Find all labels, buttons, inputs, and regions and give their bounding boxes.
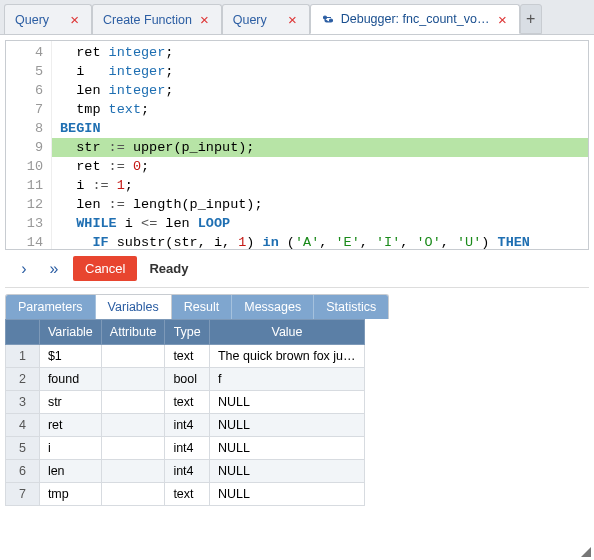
gutter-line[interactable]: 7: [6, 100, 43, 119]
code-line[interactable]: IF substr(str, i, 1) in ('A', 'E', 'I', …: [52, 233, 588, 249]
cell-variable: i: [39, 437, 101, 460]
close-icon[interactable]: ×: [198, 12, 211, 27]
cell-attribute: [101, 391, 165, 414]
panel-tabs: ParametersVariablesResultMessagesStatist…: [5, 294, 389, 319]
cell-type: bool: [165, 368, 210, 391]
gutter-line[interactable]: 12: [6, 195, 43, 214]
gutter-line[interactable]: 9: [6, 138, 43, 157]
tab-label: Query: [233, 13, 280, 27]
code-line[interactable]: i := 1;: [52, 176, 588, 195]
table-row[interactable]: 3strtextNULL: [6, 391, 365, 414]
table-row[interactable]: 1$1textThe quick brown fox jumps o…: [6, 345, 365, 368]
cell-value: The quick brown fox jumps o…: [209, 345, 364, 368]
cell-type: text: [165, 391, 210, 414]
code-line[interactable]: len := length(p_input);: [52, 195, 588, 214]
col-header-rownum[interactable]: [6, 320, 40, 345]
variables-table: Variable Attribute Type Value 1$1textThe…: [5, 319, 365, 506]
gutter-line[interactable]: 4: [6, 43, 43, 62]
gutter-line[interactable]: 5: [6, 62, 43, 81]
panel-tab-statistics[interactable]: Statistics: [314, 295, 388, 319]
cell-type: int4: [165, 414, 210, 437]
cell-n: 5: [6, 437, 40, 460]
add-tab-button[interactable]: +: [520, 4, 542, 34]
gutter-line[interactable]: 14: [6, 233, 43, 250]
panel-tab-parameters[interactable]: Parameters: [6, 295, 96, 319]
code-line[interactable]: ret := 0;: [52, 157, 588, 176]
gutter-line[interactable]: 13: [6, 214, 43, 233]
code-line[interactable]: str := upper(p_input);: [52, 138, 588, 157]
table-row[interactable]: 6lenint4NULL: [6, 460, 365, 483]
tab-label: Debugger: fnc_count_vowels: [341, 12, 490, 26]
cell-value: f: [209, 368, 364, 391]
debug-status: Ready: [149, 261, 188, 276]
gutter-line[interactable]: 8: [6, 119, 43, 138]
variables-tbody: 1$1textThe quick brown fox jumps o…2foun…: [6, 345, 365, 506]
cell-variable: tmp: [39, 483, 101, 506]
cell-attribute: [101, 345, 165, 368]
debug-toolbar: › » Cancel Ready: [5, 250, 589, 288]
cell-attribute: [101, 483, 165, 506]
tab-0[interactable]: Query×: [4, 4, 92, 34]
cell-attribute: [101, 368, 165, 391]
tab-3[interactable]: Debugger: fnc_count_vowels×: [310, 4, 520, 34]
close-icon[interactable]: ×: [68, 12, 81, 27]
gutter-line[interactable]: 6: [6, 81, 43, 100]
tab-bar: Query×Create Function×Query×Debugger: fn…: [0, 0, 594, 35]
cell-n: 1: [6, 345, 40, 368]
cell-variable: found: [39, 368, 101, 391]
cell-type: text: [165, 483, 210, 506]
table-row[interactable]: 2foundboolf: [6, 368, 365, 391]
resize-handle-icon[interactable]: [581, 547, 591, 557]
tab-label: Create Function: [103, 13, 192, 27]
cell-variable: len: [39, 460, 101, 483]
cancel-button[interactable]: Cancel: [73, 256, 137, 281]
editor-lines: ret integer; i integer; len integer; tmp…: [52, 41, 588, 249]
table-row[interactable]: 4retint4NULL: [6, 414, 365, 437]
cell-type: text: [165, 345, 210, 368]
cell-type: int4: [165, 460, 210, 483]
gutter-line[interactable]: 11: [6, 176, 43, 195]
code-line[interactable]: ret integer;: [52, 43, 588, 62]
cell-variable: ret: [39, 414, 101, 437]
cell-n: 3: [6, 391, 40, 414]
code-editor[interactable]: 4567891011121314 ret integer; i integer;…: [5, 40, 589, 250]
table-row[interactable]: 5iint4NULL: [6, 437, 365, 460]
cell-value: NULL: [209, 460, 364, 483]
gutter-line[interactable]: 10: [6, 157, 43, 176]
code-line[interactable]: i integer;: [52, 62, 588, 81]
code-line[interactable]: len integer;: [52, 81, 588, 100]
cell-n: 4: [6, 414, 40, 437]
step-over-button[interactable]: ›: [13, 258, 35, 280]
col-header-type[interactable]: Type: [165, 320, 210, 345]
cell-type: int4: [165, 437, 210, 460]
cell-value: NULL: [209, 437, 364, 460]
cell-variable: $1: [39, 345, 101, 368]
code-line[interactable]: tmp text;: [52, 100, 588, 119]
code-line[interactable]: WHILE i <= len LOOP: [52, 214, 588, 233]
close-icon[interactable]: ×: [496, 12, 509, 27]
code-line[interactable]: BEGIN: [52, 119, 588, 138]
panel-tab-messages[interactable]: Messages: [232, 295, 314, 319]
tab-2[interactable]: Query×: [222, 4, 310, 34]
tab-label: Query: [15, 13, 62, 27]
variables-header-row: Variable Attribute Type Value: [6, 320, 365, 345]
panel-tab-result[interactable]: Result: [172, 295, 232, 319]
col-header-value[interactable]: Value: [209, 320, 364, 345]
tab-1[interactable]: Create Function×: [92, 4, 222, 34]
cell-attribute: [101, 460, 165, 483]
cell-value: NULL: [209, 483, 364, 506]
share-icon: [321, 12, 335, 26]
cell-n: 2: [6, 368, 40, 391]
cell-n: 7: [6, 483, 40, 506]
cell-attribute: [101, 414, 165, 437]
panel-tab-variables[interactable]: Variables: [96, 295, 172, 319]
editor-gutter: 4567891011121314: [6, 41, 52, 249]
step-into-button[interactable]: »: [43, 258, 65, 280]
col-header-variable[interactable]: Variable: [39, 320, 101, 345]
close-icon[interactable]: ×: [286, 12, 299, 27]
cell-n: 6: [6, 460, 40, 483]
cell-attribute: [101, 437, 165, 460]
col-header-attribute[interactable]: Attribute: [101, 320, 165, 345]
cell-value: NULL: [209, 391, 364, 414]
table-row[interactable]: 7tmptextNULL: [6, 483, 365, 506]
